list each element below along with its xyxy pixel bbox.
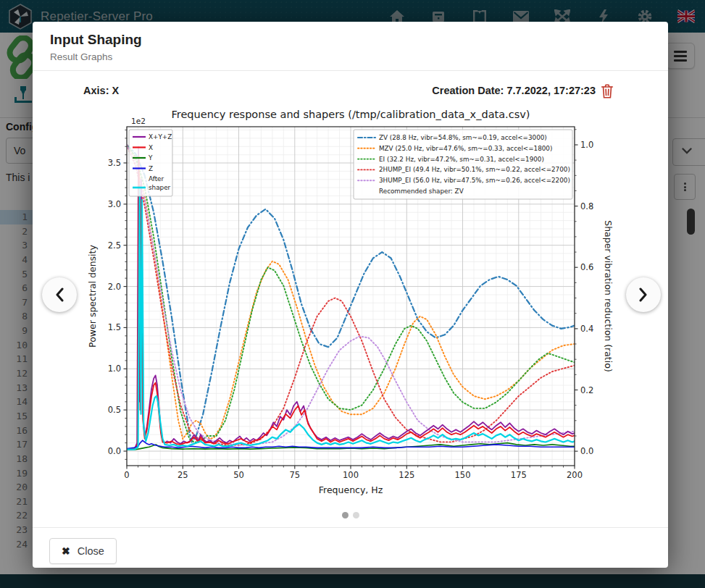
svg-text:1.5: 1.5	[108, 322, 121, 332]
svg-text:200: 200	[567, 470, 583, 480]
svg-text:2.0: 2.0	[108, 282, 121, 292]
footer-divider	[33, 527, 668, 528]
close-button[interactable]: ✖ Close	[49, 538, 117, 564]
carousel-dot[interactable]	[342, 512, 349, 518]
dialog-title: Input Shaping	[50, 32, 142, 48]
carousel-dots	[33, 512, 668, 518]
svg-text:175: 175	[511, 470, 527, 480]
svg-text:Frequency, Hz: Frequency, Hz	[319, 484, 383, 495]
svg-text:0.0: 0.0	[580, 446, 593, 456]
svg-text:shaper: shaper	[149, 184, 171, 191]
svg-text:3HUMP_EI (56.0 Hz, vibr=47.5%,: 3HUMP_EI (56.0 Hz, vibr=47.5%, sm~=0.26,…	[379, 177, 570, 184]
frequency-response-chart: 02550751001251501752000.00.51.01.52.02.5…	[85, 106, 618, 505]
svg-text:0.4: 0.4	[580, 324, 593, 334]
svg-text:Z: Z	[149, 165, 153, 172]
svg-text:MZV (25.0 Hz, vibr=47.6%, sm~=: MZV (25.0 Hz, vibr=47.6%, sm~=0.33, acce…	[379, 145, 552, 152]
creation-date-label: Creation Date: 7.7.2022, 17:27:23	[432, 85, 596, 96]
close-button-label: Close	[78, 545, 104, 557]
svg-text:1e2: 1e2	[131, 117, 146, 125]
screen: Repetier-Server Pro	[0, 0, 705, 588]
dialog-subtitle: Result Graphs	[50, 51, 112, 62]
svg-text:75: 75	[289, 470, 300, 480]
carousel-prev-button[interactable]	[42, 277, 77, 312]
close-x-icon: ✖	[62, 545, 70, 557]
svg-text:50: 50	[233, 470, 244, 480]
carousel-next-button[interactable]	[626, 277, 661, 312]
header-divider	[33, 70, 668, 71]
svg-text:0.5: 0.5	[108, 405, 121, 415]
chevron-left-icon	[54, 287, 64, 302]
carousel-dot[interactable]	[353, 512, 359, 518]
svg-text:Power spectral density: Power spectral density	[87, 245, 98, 348]
svg-text:125: 125	[399, 470, 414, 480]
result-graph-figure: 02550751001251501752000.00.51.01.52.02.5…	[85, 106, 618, 505]
svg-text:150: 150	[455, 470, 471, 480]
svg-text:0.0: 0.0	[108, 446, 121, 456]
svg-text:Y: Y	[148, 154, 153, 161]
svg-text:X+Y+Z: X+Y+Z	[149, 133, 172, 140]
svg-text:Frequency response and shapers: Frequency response and shapers (/tmp/cal…	[172, 109, 530, 120]
svg-text:1.0: 1.0	[108, 364, 121, 374]
svg-text:ZV (28.8 Hz, vibr=54.8%, sm~=0: ZV (28.8 Hz, vibr=54.8%, sm~=0.19, accel…	[379, 134, 547, 141]
svg-text:2.5: 2.5	[108, 240, 121, 251]
trash-icon[interactable]	[599, 83, 615, 99]
input-shaping-dialog: Input Shaping Result Graphs Axis: X Crea…	[33, 22, 668, 568]
svg-text:0.6: 0.6	[580, 262, 593, 272]
svg-text:Shaper vibration reduction (ra: Shaper vibration reduction (ratio)	[603, 220, 614, 372]
svg-text:X: X	[149, 144, 153, 151]
svg-text:0.2: 0.2	[580, 385, 593, 395]
svg-text:0.8: 0.8	[580, 201, 593, 211]
svg-text:After: After	[149, 175, 164, 182]
axis-label: Axis: X	[83, 85, 119, 96]
chevron-right-icon	[638, 287, 648, 302]
svg-text:Recommended shaper: ZV: Recommended shaper: ZV	[379, 188, 464, 195]
svg-text:EI (32.2 Hz, vibr=47.2%, sm~=0: EI (32.2 Hz, vibr=47.2%, sm~=0.31, accel…	[379, 156, 544, 163]
svg-text:1.0: 1.0	[580, 140, 593, 150]
svg-text:0: 0	[124, 470, 129, 480]
svg-text:3.0: 3.0	[108, 199, 121, 209]
svg-text:2HUMP_EI (49.4 Hz, vibr=50.1%,: 2HUMP_EI (49.4 Hz, vibr=50.1%, sm~=0.22,…	[379, 166, 570, 173]
svg-text:3.5: 3.5	[108, 158, 121, 168]
svg-text:25: 25	[178, 470, 188, 480]
svg-text:100: 100	[343, 470, 359, 480]
